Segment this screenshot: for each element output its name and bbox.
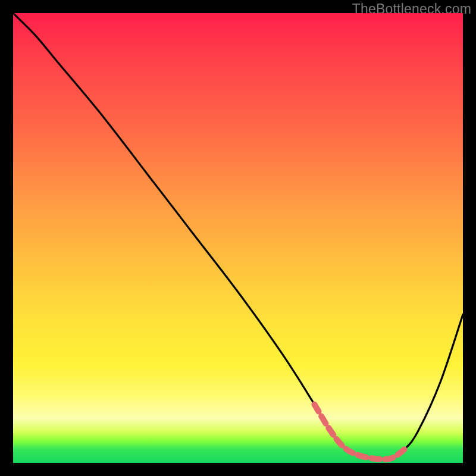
plot-area [13,13,463,463]
bottleneck-curve-path [13,13,463,459]
chart-frame: TheBottleneck.com [0,0,476,476]
curve-svg [13,13,463,463]
valley-highlight-path [315,405,405,459]
